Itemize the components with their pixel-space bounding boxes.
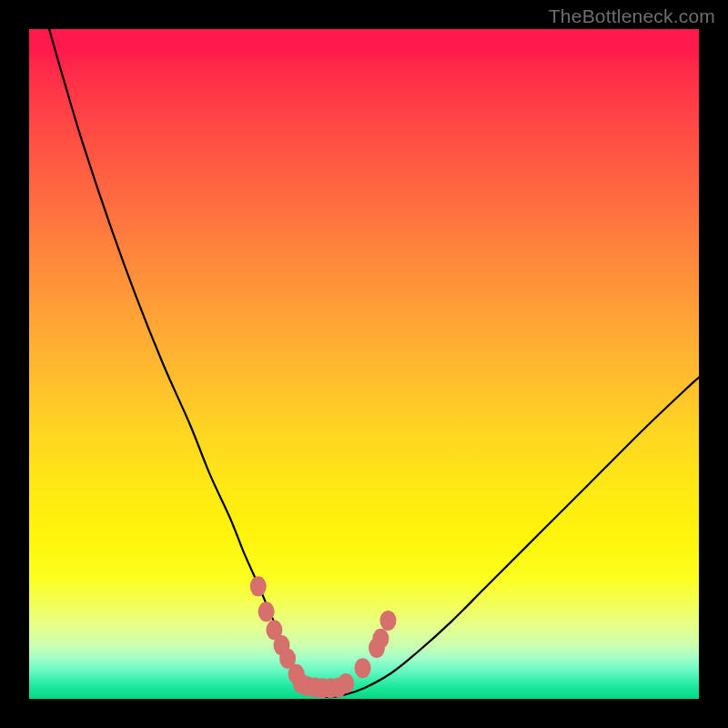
chart-svg: [29, 29, 699, 699]
highlight-marker: [250, 576, 267, 596]
watermark-text: TheBottleneck.com: [549, 5, 715, 27]
highlight-marker: [380, 611, 397, 631]
highlight-marker: [372, 629, 389, 649]
highlight-marker: [355, 658, 371, 678]
bottleneck-curve: [49, 29, 699, 697]
highlight-marker: [338, 673, 354, 693]
chart-plot-area: [29, 29, 699, 699]
highlight-marker: [258, 602, 275, 622]
highlight-markers: [250, 576, 397, 698]
chart-frame: TheBottleneck.com: [0, 0, 728, 728]
